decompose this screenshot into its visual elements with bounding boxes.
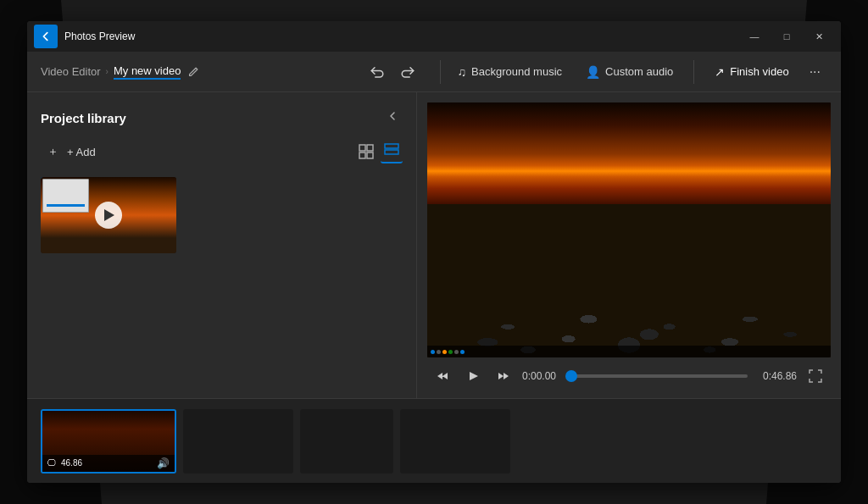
grid-view-button[interactable] [355, 140, 377, 163]
video-rocks [427, 204, 831, 357]
toolbar-divider-2 [693, 60, 694, 84]
play-icon [104, 209, 114, 221]
panel-header: Project library [27, 92, 416, 136]
finish-icon: ↗ [715, 65, 725, 79]
svg-rect-0 [359, 145, 365, 151]
breadcrumb-current: My new video [114, 64, 181, 80]
svg-rect-2 [359, 152, 365, 158]
play-button[interactable] [95, 202, 122, 229]
svg-rect-1 [367, 145, 373, 151]
clip-label-row: 🖵 46.86 🔊 [42, 455, 175, 472]
maximize-button[interactable]: □ [771, 25, 802, 48]
status-dot [460, 350, 465, 354]
clip-duration: 46.86 [61, 458, 82, 468]
custom-audio-button[interactable]: 👤 Custom audio [576, 60, 683, 84]
title-bar: Photos Preview — □ ✕ [27, 21, 841, 52]
timeline-clip-empty-1[interactable] [183, 409, 293, 474]
fullscreen-button[interactable] [804, 364, 827, 388]
panel-toolbar: ＋ + Add [27, 136, 416, 170]
breadcrumb: Video Editor › My new video [41, 64, 181, 80]
add-label: + Add [67, 146, 96, 158]
clip-screen-icon: 🖵 [47, 458, 56, 468]
list-item[interactable] [41, 177, 176, 253]
add-media-button[interactable]: ＋ + Add [41, 141, 103, 163]
background-music-button[interactable]: ♫ Background music [448, 60, 572, 84]
close-button[interactable]: ✕ [804, 25, 834, 48]
background-music-label: Background music [471, 65, 562, 78]
status-dot [454, 350, 459, 354]
panel-collapse-button[interactable] [382, 106, 403, 130]
clip-audio-icon: 🔊 [157, 457, 170, 469]
more-options-button[interactable]: ··· [803, 61, 827, 83]
current-time: 0:00.00 [522, 370, 565, 382]
rewind-button[interactable] [431, 364, 454, 388]
music-icon: ♫ [458, 65, 467, 79]
breadcrumb-separator: › [106, 67, 108, 76]
clip-thumbnail: 🖵 46.86 🔊 [42, 411, 175, 472]
status-dot [437, 350, 441, 354]
plus-icon: ＋ [47, 144, 58, 159]
custom-audio-label: Custom audio [605, 65, 673, 78]
redo-button[interactable] [396, 60, 420, 84]
toolbar-actions: ♫ Background music 👤 Custom audio ↗ Fini… [448, 60, 827, 84]
video-controls: 0:00.00 0:46.86 [427, 357, 831, 388]
timeline-clip-main[interactable]: 🖵 46.86 🔊 [41, 409, 176, 474]
toolbar: Video Editor › My new video [27, 52, 841, 92]
video-statusbar [427, 346, 831, 357]
status-dot [442, 350, 447, 354]
media-grid [27, 170, 416, 398]
window-controls: — □ ✕ [739, 25, 834, 48]
app-window: Photos Preview — □ ✕ Video Editor › My n… [27, 21, 841, 483]
progress-bar[interactable] [571, 374, 748, 378]
view-toggle [355, 140, 403, 163]
timeline-clip-empty-3[interactable] [400, 409, 510, 474]
breadcrumb-parent[interactable]: Video Editor [41, 65, 101, 78]
video-sky [427, 102, 831, 217]
play-pause-button[interactable] [461, 364, 485, 388]
left-panel: Project library ＋ + Add [27, 92, 417, 398]
right-panel: 0:00.00 0:46.86 [417, 92, 841, 398]
list-view-button[interactable] [381, 140, 403, 163]
timeline-clip-empty-2[interactable] [300, 409, 393, 474]
video-preview [427, 102, 831, 357]
timeline: 🖵 46.86 🔊 [27, 398, 841, 483]
finish-video-button[interactable]: ↗ Finish video [704, 60, 798, 84]
minimize-button[interactable]: — [739, 25, 770, 48]
svg-rect-4 [385, 144, 398, 148]
panel-title: Project library [41, 111, 126, 125]
svg-rect-5 [385, 150, 398, 154]
svg-rect-3 [367, 152, 373, 158]
finish-video-label: Finish video [730, 65, 788, 78]
play-overlay [41, 177, 176, 253]
fast-forward-button[interactable] [492, 364, 515, 388]
end-time: 0:46.86 [754, 370, 797, 382]
undo-button[interactable] [365, 60, 389, 84]
video-background [427, 102, 831, 357]
main-content: Project library ＋ + Add [27, 92, 841, 398]
audio-icon: 👤 [586, 65, 600, 79]
undo-redo-group [365, 60, 420, 84]
edit-project-name-button[interactable] [187, 66, 199, 78]
app-title: Photos Preview [64, 30, 739, 42]
progress-thumb[interactable] [565, 370, 577, 382]
toolbar-divider [440, 60, 441, 84]
status-dot [448, 350, 453, 354]
status-dot [431, 350, 435, 354]
back-button[interactable] [34, 25, 58, 48]
